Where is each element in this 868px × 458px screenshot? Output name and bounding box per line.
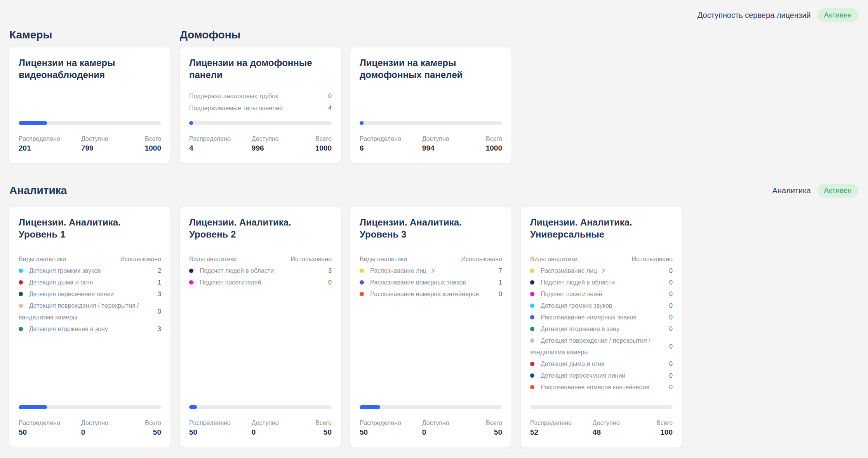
dot-icon [19, 280, 23, 285]
analytics-type-label: Детекция громких звуков [541, 302, 612, 309]
used-value: 0 [669, 279, 673, 286]
progress-bar [19, 405, 161, 409]
analytics-row: Подсчет людей в области 0 [530, 277, 673, 288]
card-title: Лицензии на домофонные панели [189, 57, 319, 81]
used-value: 0 [328, 279, 332, 286]
analytics-row: Детекция пересечения линии 3 [19, 288, 161, 300]
used-column-header: Использовано [461, 253, 502, 265]
card-title: Лицензии. Аналитика. Уровень 2 [189, 216, 319, 240]
dot-icon [19, 269, 23, 273]
used-value: 0 [669, 302, 673, 309]
analytics-row: Детекция повреждения / перекрытия / ванд… [530, 335, 673, 358]
analytics-list: Виды аналитики Использовано Распознавани… [530, 253, 673, 393]
analytics-row: Подсчет посетителей 0 [189, 277, 332, 288]
analytics-type-label: Детекция вторжения в зону [541, 326, 619, 332]
total-value: 50 [479, 428, 502, 437]
available-label: Доступно [252, 135, 308, 143]
analytics-row-face-recognition[interactable]: Распознавание лиц 0 [530, 265, 673, 277]
dot-icon [530, 385, 534, 389]
total-value: 100 [649, 428, 673, 437]
available-value: 0 [81, 428, 138, 437]
progress-bar [360, 405, 502, 409]
chevron-right-icon[interactable] [601, 268, 606, 273]
dot-icon [360, 292, 364, 296]
dot-icon [189, 269, 193, 273]
license-server-status-badge: Активен [817, 8, 859, 22]
used-value: 7 [499, 267, 502, 274]
analytics-row: Распознавание номерных знаков 1 [360, 277, 502, 288]
used-column-header: Использовано [291, 253, 332, 265]
analytics-row-face-recognition[interactable]: Распознавание лиц 7 [360, 265, 502, 277]
analytics-type-label: Детекция дыма и огня [541, 361, 604, 367]
allocated-value: 50 [360, 428, 422, 437]
allocated-value: 52 [530, 428, 593, 437]
total-label: Всего [138, 419, 161, 427]
progress-fill [189, 405, 197, 409]
license-server-availability-label: Доступность сервера лицензий [698, 11, 811, 20]
total-label: Всего [649, 419, 673, 427]
info-row: Поддержка аналоговых трубок 0 [189, 90, 332, 102]
used-value: 0 [499, 291, 502, 298]
info-row: Поддерживаемые типы панелей 4 [189, 102, 332, 114]
allocated-label: Распределено [189, 135, 252, 143]
analytics-type-label: Подсчет людей в области [541, 279, 615, 286]
total-label: Всего [479, 419, 502, 427]
used-value: 2 [158, 267, 161, 274]
total-value: 1000 [308, 144, 332, 153]
progress-bar [189, 121, 332, 125]
progress-fill [360, 405, 380, 409]
info-value: 0 [328, 90, 332, 102]
allocated-label: Распределено [360, 419, 422, 427]
analytics-type-label: Детекция дыма и огня [29, 279, 93, 286]
dot-icon [360, 269, 364, 273]
progress-fill [19, 121, 47, 125]
card-title: Лицензии на камеры домофонных панелей [360, 57, 490, 81]
dot-icon [530, 362, 534, 366]
card-footer: Распределено 201 Доступно 799 Всего 1000 [19, 135, 161, 153]
dot-icon [360, 280, 364, 285]
info-label: Поддержка аналоговых трубок [189, 90, 278, 102]
allocated-label: Распределено [530, 419, 593, 427]
progress-fill [189, 121, 193, 125]
info-value: 4 [328, 102, 332, 114]
types-column-header: Виды аналитики [19, 253, 66, 265]
dot-icon [530, 280, 534, 285]
card-title: Лицензии на камеры видеонаблюдения [19, 57, 149, 81]
analytics-type-label: Распознавание номерных знаков [370, 279, 466, 286]
analytics-row: Распознавание номеров контейнеров 0 [530, 382, 673, 393]
used-column-header: Использовано [120, 253, 161, 265]
available-label: Доступно [593, 419, 649, 427]
dot-icon [530, 269, 534, 273]
dot-icon [19, 304, 23, 308]
analytics-type-label: Распознавание лиц [370, 267, 426, 274]
analytics-status-label: Аналитика [772, 186, 811, 195]
analytics-list: Виды аналитики Использовано Детекция гро… [19, 253, 161, 335]
total-value: 1000 [138, 144, 161, 153]
list-header: Виды аналитики Использовано [360, 253, 502, 265]
used-value: 0 [669, 384, 673, 391]
dot-icon [530, 327, 534, 331]
analytics-row: Детекция вторжения в зону 0 [530, 323, 673, 335]
progress-fill [19, 405, 47, 409]
card-analytics-level1: Лицензии. Аналитика. Уровень 1 Виды анал… [9, 207, 170, 448]
card-camera-licenses: Лицензии на камеры видеонаблюдения Распр… [9, 47, 170, 163]
analytics-type-label: Детекция громких звуков [29, 267, 101, 274]
card-title: Лицензии. Аналитика. Уровень 1 [19, 216, 149, 240]
analytics-row: Распознавание номеров контейнеров 0 [360, 288, 502, 300]
list-header: Виды аналитики Использовано [19, 253, 161, 265]
card-footer: Распределено 50 Доступно 0 Всего 50 [19, 419, 161, 437]
used-value: 0 [158, 308, 161, 315]
chevron-right-icon[interactable] [430, 268, 435, 273]
analytics-row: Подсчет посетителей 0 [530, 288, 673, 300]
total-value: 1000 [479, 144, 502, 153]
available-label: Доступно [422, 135, 479, 143]
total-label: Всего [479, 135, 502, 143]
analytics-row: Детекция повреждения / перекрытия / ванд… [19, 300, 161, 323]
dot-icon [19, 292, 23, 296]
used-value: 0 [669, 372, 673, 379]
progress-bar [19, 121, 161, 125]
available-value: 0 [422, 428, 479, 437]
analytics-type-label: Распознавание лиц [541, 267, 597, 274]
analytics-type-label: Подсчет посетителей [200, 279, 261, 286]
dot-icon [189, 280, 193, 285]
